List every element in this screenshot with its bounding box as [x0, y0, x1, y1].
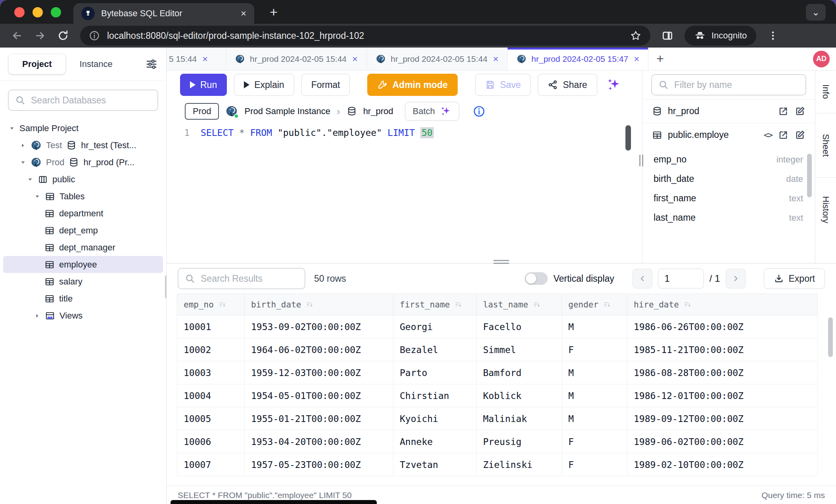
browser-tab[interactable]: Bytebase SQL Editor ×: [73, 3, 254, 24]
editor-scrollbar[interactable]: [625, 125, 631, 151]
open-database-icon[interactable]: [778, 106, 789, 117]
browser-tab-close-icon[interactable]: ×: [241, 9, 246, 18]
column-list-scrollbar[interactable]: [807, 154, 812, 197]
table-label: title: [59, 294, 73, 304]
view-ddl-icon[interactable]: <>: [764, 130, 772, 140]
database-name[interactable]: hr_prod: [363, 106, 393, 116]
editor-tab-0[interactable]: 5 15:44 ×: [167, 48, 226, 70]
tree-item-schema-public[interactable]: public: [3, 171, 163, 188]
tab-close-icon[interactable]: ×: [352, 53, 358, 65]
open-table-icon[interactable]: [778, 130, 789, 141]
tab-history[interactable]: History: [815, 178, 836, 242]
table-icon: [45, 191, 55, 202]
close-window-button[interactable]: [14, 7, 25, 17]
results-scrollbar[interactable]: [828, 317, 833, 357]
connection-info-icon[interactable]: [473, 105, 485, 118]
column-row[interactable]: last_name text: [654, 208, 803, 227]
column-row[interactable]: birth_date date: [654, 169, 803, 189]
table-row[interactable]: 100031959-12-03T00:00:00ZPartoBamfordM19…: [177, 361, 818, 384]
tree-item-table-department[interactable]: department: [3, 205, 163, 222]
column-header[interactable]: birth_date: [245, 294, 393, 315]
zoom-window-button[interactable]: [51, 7, 61, 17]
column-header[interactable]: gender: [562, 294, 627, 315]
editor-tab-1[interactable]: hr_prod 2024-02-05 15:44 ×: [226, 48, 367, 70]
side-panel-icon[interactable]: [662, 30, 673, 42]
tree-item-table-dept-emp[interactable]: dept_emp: [3, 222, 163, 239]
new-tab-button[interactable]: +: [265, 3, 282, 21]
edit-table-icon[interactable]: [794, 130, 805, 141]
results-resize-handle[interactable]: [493, 260, 509, 264]
tab-close-icon[interactable]: ×: [493, 53, 499, 65]
column-header[interactable]: last_name: [477, 294, 562, 315]
tree-item-tables-group[interactable]: Tables: [3, 188, 163, 205]
column-row[interactable]: first_name text: [654, 189, 803, 208]
next-page-button[interactable]: [726, 269, 746, 288]
site-info-icon[interactable]: [89, 30, 100, 41]
column-header[interactable]: hire_date: [627, 294, 818, 315]
back-icon[interactable]: [11, 30, 23, 42]
tab-info[interactable]: Info: [815, 71, 836, 113]
schema-filter[interactable]: [651, 74, 806, 95]
edit-database-icon[interactable]: [794, 106, 805, 117]
tab-sheet[interactable]: Sheet: [815, 113, 836, 178]
run-button[interactable]: Run: [180, 74, 227, 96]
export-button[interactable]: Export: [764, 268, 825, 289]
forward-icon[interactable]: [34, 30, 46, 42]
address-bar[interactable]: localhost:8080/sql-editor/prod-sample-in…: [80, 26, 650, 46]
user-avatar[interactable]: AD: [813, 51, 830, 67]
page-number-input[interactable]: [658, 269, 704, 288]
ai-sparkle-icon[interactable]: [606, 77, 622, 93]
tree-item-table-title[interactable]: title: [3, 290, 163, 307]
tree-item-table-employee[interactable]: employee: [3, 256, 163, 273]
results-search[interactable]: [178, 268, 305, 289]
new-sheet-button[interactable]: +: [648, 48, 672, 70]
save-button[interactable]: Save: [475, 74, 531, 96]
column-header[interactable]: emp_no: [177, 294, 245, 315]
vertical-display-toggle[interactable]: [525, 272, 548, 285]
window-controls[interactable]: [14, 7, 61, 17]
minimize-window-button[interactable]: [33, 7, 43, 17]
tree-item-table-salary[interactable]: salary: [3, 273, 163, 290]
tree-item-views-group[interactable]: Views: [3, 307, 163, 324]
editor-tab-2[interactable]: hr_prod 2024-02-05 15:44 ×: [367, 48, 508, 70]
table-row[interactable]: 100061953-04-20T00:00:00ZAnnekePreusigF1…: [177, 430, 818, 453]
bookmark-star-icon[interactable]: [630, 30, 642, 42]
prev-page-button[interactable]: [633, 269, 652, 288]
url-text[interactable]: localhost:8080/sql-editor/prod-sample-in…: [107, 31, 623, 41]
browser-menu-icon[interactable]: [767, 30, 778, 41]
batch-mode-button[interactable]: Batch: [405, 102, 459, 121]
explain-button[interactable]: Explain: [234, 74, 294, 96]
table-row[interactable]: 100021964-06-02T00:00:00ZBezalelSimmelF1…: [177, 338, 818, 361]
search-results-input[interactable]: [201, 273, 298, 284]
env-label: Test: [46, 140, 62, 151]
table-row[interactable]: 100071957-05-23T00:00:00ZTzvetanZielinsk…: [177, 453, 818, 476]
sidebar-header: Project Instance: [0, 48, 166, 81]
editor-tab-3-active[interactable]: hr_prod 2024-02-05 15:47 ×: [508, 48, 648, 70]
tab-close-icon[interactable]: ×: [202, 53, 208, 65]
column-row[interactable]: emp_no integer: [654, 150, 803, 169]
sql-editor[interactable]: 1 SELECT * FROM "public"."employee" LIMI…: [167, 124, 642, 263]
tab-instance[interactable]: Instance: [68, 54, 125, 74]
database-search[interactable]: [8, 90, 158, 111]
admin-mode-button[interactable]: Admin mode: [367, 74, 457, 96]
instance-name[interactable]: Prod Sample Instance: [244, 106, 330, 116]
tab-project[interactable]: Project: [9, 54, 65, 74]
tree-item-test-db[interactable]: Test hr_test (Test...: [3, 137, 163, 154]
tab-close-icon[interactable]: ×: [634, 53, 639, 65]
tree-item-project[interactable]: Sample Project: [3, 120, 163, 137]
column-header[interactable]: first_name: [393, 294, 477, 315]
tab-search-button[interactable]: ⌄: [806, 4, 826, 21]
search-databases-input[interactable]: [31, 95, 151, 106]
table-row[interactable]: 100041954-05-01T00:00:00ZChirstianKoblic…: [177, 384, 818, 407]
tree-settings-icon[interactable]: [146, 58, 157, 70]
table-row[interactable]: 100051955-01-21T00:00:00ZKyoichiMaliniak…: [177, 407, 818, 430]
tree-item-prod-db[interactable]: Prod hr_prod (Pr...: [3, 154, 163, 171]
format-button[interactable]: Format: [301, 74, 350, 96]
reload-icon[interactable]: [57, 30, 69, 42]
share-button[interactable]: Share: [538, 74, 597, 96]
search-icon: [658, 80, 669, 90]
database-tree: Sample Project Test hr_test (Test... Pro…: [0, 114, 166, 330]
tree-item-table-dept-manager[interactable]: dept_manager: [3, 239, 163, 256]
filter-by-name-input[interactable]: [674, 80, 799, 90]
table-row[interactable]: 100011953-09-02T00:00:00ZGeorgiFacelloM1…: [177, 315, 818, 338]
